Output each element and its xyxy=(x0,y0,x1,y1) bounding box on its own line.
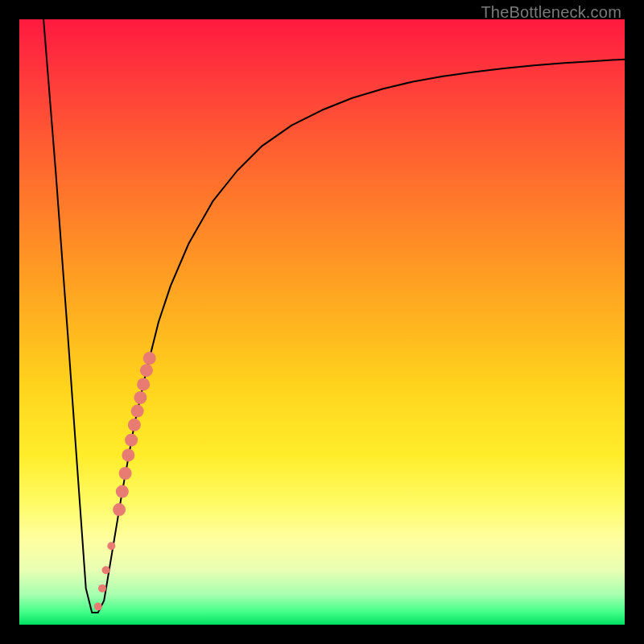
highlight-marker xyxy=(94,602,102,610)
highlight-marker xyxy=(113,503,126,516)
highlight-marker xyxy=(125,434,138,447)
highlight-markers xyxy=(94,352,156,610)
highlight-marker xyxy=(134,391,147,404)
highlight-marker xyxy=(131,405,144,418)
highlight-marker xyxy=(116,485,129,498)
highlight-marker xyxy=(143,352,156,365)
highlight-marker xyxy=(128,419,141,431)
highlight-marker xyxy=(122,448,134,461)
highlight-marker xyxy=(98,584,106,592)
highlight-marker xyxy=(119,467,132,480)
bottleneck-curve-line xyxy=(43,19,625,613)
chart-plot-area xyxy=(19,19,625,625)
highlight-marker xyxy=(107,542,115,550)
chart-frame: TheBottleneck.com xyxy=(0,0,644,644)
chart-overlay xyxy=(19,19,625,625)
highlight-marker xyxy=(102,566,110,574)
highlight-marker xyxy=(137,378,150,390)
highlight-marker xyxy=(140,364,153,377)
